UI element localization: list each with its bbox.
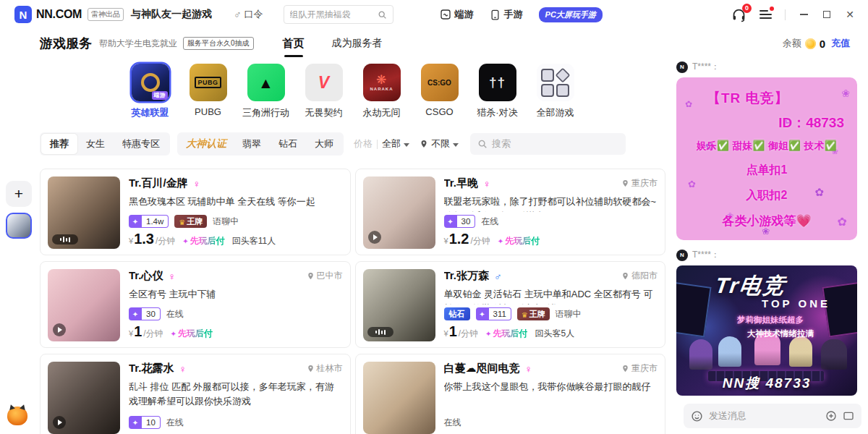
game-nav-item[interactable]: †† 猎杀·对决 bbox=[475, 64, 520, 119]
mascot-icon[interactable] bbox=[7, 407, 27, 425]
companion-name: 白蔓☁咫间电竞 bbox=[444, 362, 520, 375]
location-pin-icon bbox=[307, 272, 315, 280]
play-icon[interactable] bbox=[53, 323, 66, 336]
companion-card[interactable]: Tr.心仪 ♀ 巴中市 全区有号 主玩中下辅 30 在线 ¥ 1 /分钟 先玩后… bbox=[40, 261, 351, 348]
game-nav-item[interactable]: V 无畏契约 bbox=[302, 64, 346, 119]
game-nav-item[interactable]: ▲ 三角洲行动 bbox=[244, 64, 289, 119]
minimize-button[interactable] bbox=[799, 9, 809, 20]
voice-wave-icon[interactable] bbox=[367, 327, 393, 337]
chevron-down-icon bbox=[453, 143, 459, 147]
play-icon[interactable] bbox=[368, 231, 381, 244]
companion-card[interactable]: 白蔓☁咫间电竞 ♀ 重庆市 你带上我这个显眼包，我带你做峡谷最打眼的靓仔 在线 bbox=[355, 354, 666, 434]
game-nav-item[interactable]: PUBG PUBG bbox=[186, 64, 231, 119]
flower-decoration bbox=[685, 99, 692, 109]
promo-line: 入职扣2 bbox=[682, 188, 851, 203]
star-level-badge: 311 bbox=[476, 307, 511, 320]
location-pin-icon bbox=[621, 365, 629, 373]
game-nav: 端游 英雄联盟 PUBG PUBG ▲ 三角洲行动 V 无畏契约 NARAKA … bbox=[40, 64, 665, 119]
star-level-badge: 30 bbox=[444, 215, 476, 228]
menu-button[interactable] bbox=[760, 8, 772, 21]
companion-avatar[interactable] bbox=[48, 269, 120, 341]
pc-bigscreen-pill[interactable]: PC大屏玩手游 bbox=[539, 7, 603, 22]
filter-tab-diamond[interactable]: 钻石 bbox=[270, 134, 306, 154]
companion-card[interactable]: Tr.百川/金牌 ♀ 黑色玫瑰本区 玩辅助中单 全天在线 等你一起 1.4w 王… bbox=[40, 169, 351, 255]
tab-mobile-games[interactable]: 手游 bbox=[490, 8, 523, 21]
sender-avatar[interactable]: N bbox=[676, 61, 688, 73]
companion-location: 德阳市 bbox=[621, 270, 658, 282]
region-dropdown[interactable]: 不限 bbox=[420, 137, 459, 150]
screenshot-icon[interactable] bbox=[843, 411, 854, 421]
add-session-button[interactable]: + bbox=[6, 181, 32, 207]
close-button[interactable]: ✕ bbox=[845, 9, 855, 20]
play-first-pay-later: 先玩后付 bbox=[171, 326, 213, 340]
message-placeholder: 发送消息 bbox=[709, 409, 820, 422]
companion-search-input[interactable]: 搜索 bbox=[470, 133, 626, 155]
price-row: ¥ 1.3 /分钟 先玩后付 回头客11人 bbox=[129, 231, 343, 247]
companion-description: 乱斗 排位 匹配 外服都可以接，多年老玩家，有游戏理解希望可以跟你快乐游戏 bbox=[129, 380, 343, 408]
game-nav-item[interactable]: 端游 英雄联盟 bbox=[128, 64, 173, 119]
emoji-icon[interactable] bbox=[691, 410, 703, 422]
chat-contact-avatar[interactable] bbox=[6, 213, 32, 239]
tab-home[interactable]: 首页 bbox=[283, 37, 305, 51]
game-nav-item[interactable]: CS:GO CSGO bbox=[417, 64, 462, 119]
play-icon[interactable] bbox=[53, 416, 66, 429]
nn-logo[interactable]: N bbox=[14, 6, 32, 23]
companion-avatar[interactable] bbox=[363, 362, 435, 434]
play-first-pay-later: 先玩后付 bbox=[485, 326, 527, 340]
companion-card[interactable]: Tr.张万森 ♂ 德阳市 单双铂金 灵活钻石 主玩中单和ADC 全区都有号 可补… bbox=[355, 261, 666, 348]
message-input[interactable]: 发送消息 bbox=[684, 404, 861, 428]
status-text: 在线 bbox=[166, 417, 184, 429]
balance-label: 余额 bbox=[783, 37, 801, 50]
category-tabs: 推荐 女生 特惠专区 bbox=[40, 132, 170, 156]
status-text: 在线 bbox=[481, 216, 498, 228]
promo-image-esports[interactable]: Tr电竞 TOP ONE 梦莉御姐妹纸超多 大神技术情绪拉满 NN搜 48733 bbox=[676, 265, 857, 396]
voice-wave-icon[interactable] bbox=[52, 234, 78, 244]
recharge-link[interactable]: 充值 bbox=[831, 37, 850, 50]
team-code-button[interactable]: ♂ 口令 bbox=[234, 8, 263, 21]
filter-tab-emerald[interactable]: 翡翠 bbox=[234, 134, 270, 154]
filter-tab-master[interactable]: 大师 bbox=[306, 134, 342, 154]
companion-avatar[interactable] bbox=[363, 269, 435, 341]
sender-avatar[interactable]: N bbox=[676, 250, 688, 261]
promo-image-pink[interactable]: 【TR 电竞】 ID：48733 娱乐✅ 甜妹✅ 御姐✅ 技术✅ 点单扣1 入职… bbox=[676, 77, 857, 240]
price-value: 1 bbox=[134, 324, 142, 339]
lucky-bag-search-input[interactable]: 组队开黑抽福袋 bbox=[284, 5, 393, 24]
companion-avatar[interactable] bbox=[48, 362, 120, 434]
companion-card[interactable]: Tr.早晚 ♀ 重庆市 联盟老玩家啦，除了打野都可以补位辅助软硬都会~脾气好话多… bbox=[355, 169, 666, 255]
star-level-badge: 10 bbox=[129, 416, 161, 429]
companion-name: Tr.百川/金牌 bbox=[129, 176, 188, 190]
search-placeholder: 搜索 bbox=[492, 137, 511, 150]
price-unit: /分钟 bbox=[470, 235, 490, 247]
game-label: 无畏契约 bbox=[305, 106, 343, 119]
filter-tab-deals[interactable]: 特惠专区 bbox=[114, 134, 169, 154]
filter-tab-certified[interactable]: 大神认证 bbox=[179, 134, 234, 154]
companion-avatar[interactable] bbox=[363, 176, 435, 249]
companion-card-grid: Tr.百川/金牌 ♀ 黑色玫瑰本区 玩辅助中单 全天在线 等你一起 1.4w 王… bbox=[40, 169, 665, 434]
game-nav-item[interactable]: NARAKA 永劫无间 bbox=[359, 64, 404, 119]
add-attachment-icon[interactable] bbox=[825, 410, 837, 422]
status-text: 在线 bbox=[166, 308, 184, 320]
star-icon bbox=[476, 307, 489, 320]
customer-service-button[interactable]: 0 bbox=[731, 7, 746, 22]
price-value: 1.2 bbox=[449, 231, 469, 246]
filter-tab-girls[interactable]: 女生 bbox=[77, 134, 114, 154]
maximize-button[interactable] bbox=[822, 9, 832, 20]
location-pin-icon bbox=[621, 272, 629, 280]
price-label: 价格 bbox=[354, 137, 373, 150]
ace-badge: 王牌 bbox=[517, 307, 550, 320]
search-icon bbox=[378, 10, 387, 20]
status-text: 在线 bbox=[444, 417, 461, 429]
main-content: 端游 英雄联盟 PUBG PUBG ▲ 三角洲行动 V 无畏契约 NARAKA … bbox=[40, 61, 665, 434]
companion-avatar[interactable] bbox=[48, 176, 120, 249]
page-subtitle: 帮助大学生电竞就业 bbox=[99, 38, 177, 50]
game-label: 三角洲行动 bbox=[242, 106, 289, 119]
game-nav-item[interactable]: 全部游戏 bbox=[533, 64, 578, 119]
tab-pc-games[interactable]: 端游 bbox=[440, 8, 474, 21]
tab-become-provider[interactable]: 成为服务者 bbox=[332, 37, 383, 50]
price-dropdown[interactable]: 全部 bbox=[382, 137, 409, 150]
sparkle-icon bbox=[171, 326, 176, 339]
anime-girl-graphic bbox=[789, 336, 812, 367]
monitor-graphic bbox=[822, 282, 857, 338]
filter-tab-recommended[interactable]: 推荐 bbox=[41, 134, 77, 154]
companion-card[interactable]: Tr.花露水 ♀ 桂林市 乱斗 排位 匹配 外服都可以接，多年老玩家，有游戏理解… bbox=[40, 354, 351, 434]
